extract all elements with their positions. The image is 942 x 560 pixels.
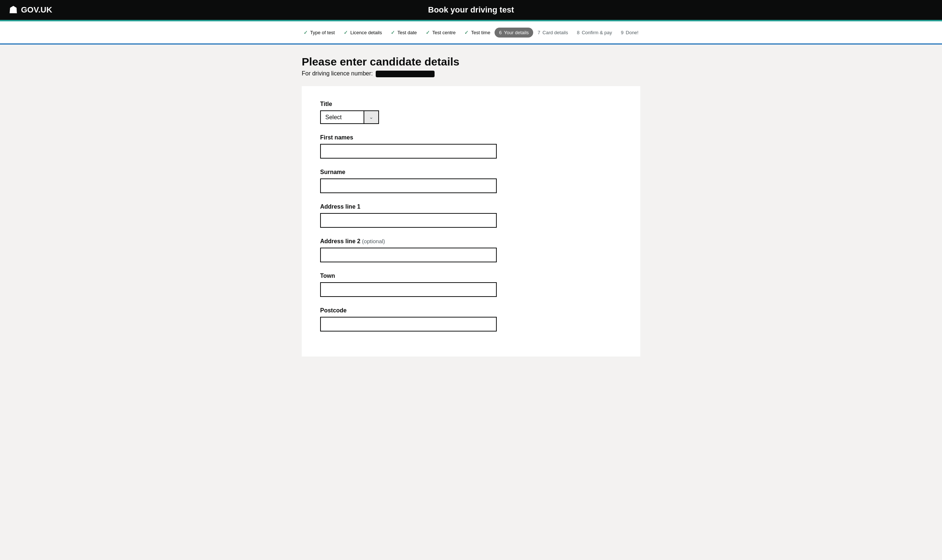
step-label: Type of test bbox=[310, 30, 335, 35]
step-confirm-pay[interactable]: 8 Confirm & pay bbox=[573, 28, 617, 37]
step-label: Licence details bbox=[350, 30, 382, 35]
optional-text: (optional) bbox=[362, 238, 385, 244]
progress-container: ✓ Type of test ✓ Licence details ✓ Test … bbox=[0, 20, 942, 45]
logo-text: GOV.UK bbox=[21, 5, 52, 15]
step-number: 7 bbox=[537, 30, 540, 35]
header-title: Book your driving test bbox=[428, 5, 514, 15]
main-content: Please enter candidate details For drivi… bbox=[294, 45, 648, 368]
check-icon: ✓ bbox=[391, 29, 395, 35]
title-select[interactable]: Select Mr Mrs Miss Ms Dr bbox=[321, 111, 363, 123]
first-names-input[interactable] bbox=[320, 144, 497, 158]
address-line1-label: Address line 1 bbox=[320, 203, 622, 210]
step-label: Done! bbox=[626, 30, 639, 35]
postcode-input[interactable] bbox=[320, 317, 497, 332]
step-label: Your details bbox=[504, 30, 529, 35]
check-icon: ✓ bbox=[344, 29, 348, 35]
address-line2-label: Address line 2 (optional) bbox=[320, 238, 622, 245]
title-group: Title Select Mr Mrs Miss Ms Dr ⌄ bbox=[320, 101, 622, 124]
town-input[interactable] bbox=[320, 282, 497, 297]
title-select-wrapper[interactable]: Select Mr Mrs Miss Ms Dr ⌄ bbox=[320, 111, 379, 124]
address-line1-input[interactable] bbox=[320, 213, 497, 228]
first-names-group: First names bbox=[320, 134, 622, 158]
town-group: Town bbox=[320, 272, 622, 297]
step-number: 6 bbox=[499, 30, 502, 35]
step-label: Card details bbox=[542, 30, 568, 35]
surname-group: Surname bbox=[320, 169, 622, 193]
progress-steps: ✓ Type of test ✓ Licence details ✓ Test … bbox=[0, 22, 942, 43]
surname-input[interactable] bbox=[320, 178, 497, 193]
town-label: Town bbox=[320, 272, 622, 279]
step-type-of-test[interactable]: ✓ Type of test bbox=[299, 27, 339, 37]
step-number: 9 bbox=[621, 30, 623, 35]
step-label: Confirm & pay bbox=[582, 30, 612, 35]
chevron-down-icon: ⌄ bbox=[363, 111, 378, 123]
crown-icon: ☗ bbox=[9, 5, 17, 16]
step-label: Test time bbox=[471, 30, 490, 35]
address-line1-group: Address line 1 bbox=[320, 203, 622, 228]
address-line2-input[interactable] bbox=[320, 248, 497, 262]
page-subtitle: For driving licence number: bbox=[302, 70, 640, 77]
page-title: Please enter candidate details bbox=[302, 55, 640, 68]
licence-number-redacted bbox=[376, 71, 434, 77]
surname-label: Surname bbox=[320, 169, 622, 175]
step-card-details[interactable]: 7 Card details bbox=[533, 28, 573, 37]
step-number: 8 bbox=[577, 30, 580, 35]
postcode-group: Postcode bbox=[320, 307, 622, 332]
step-test-date[interactable]: ✓ Test date bbox=[386, 27, 421, 37]
check-icon: ✓ bbox=[426, 29, 430, 35]
postcode-label: Postcode bbox=[320, 307, 622, 314]
step-your-details[interactable]: 6 Your details bbox=[494, 28, 533, 37]
address-line2-group: Address line 2 (optional) bbox=[320, 238, 622, 262]
title-label: Title bbox=[320, 101, 622, 108]
check-icon: ✓ bbox=[303, 29, 308, 35]
step-test-time[interactable]: ✓ Test time bbox=[460, 27, 494, 37]
gov-logo[interactable]: ☗ GOV.UK bbox=[9, 5, 52, 16]
first-names-label: First names bbox=[320, 134, 622, 141]
step-test-centre[interactable]: ✓ Test centre bbox=[421, 27, 460, 37]
step-label: Test date bbox=[397, 30, 417, 35]
header: ☗ GOV.UK Book your driving test bbox=[0, 0, 942, 20]
step-licence-details[interactable]: ✓ Licence details bbox=[339, 27, 386, 37]
step-done[interactable]: 9 Done! bbox=[616, 28, 643, 37]
check-icon: ✓ bbox=[464, 29, 469, 35]
step-label: Test centre bbox=[433, 30, 456, 35]
form-container: Title Select Mr Mrs Miss Ms Dr ⌄ First n… bbox=[302, 86, 640, 357]
